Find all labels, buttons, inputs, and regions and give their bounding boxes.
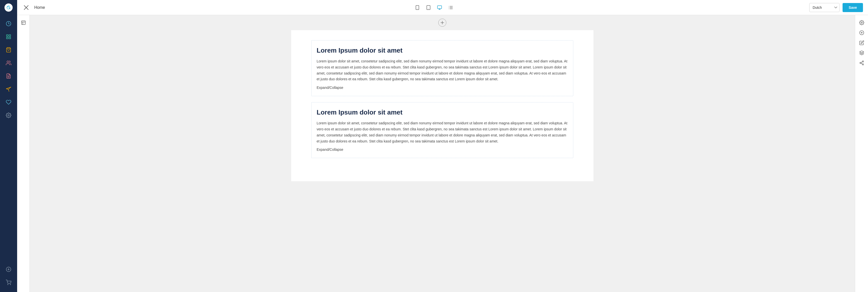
- layout-icon[interactable]: [19, 18, 28, 27]
- block-1-heading: Lorem Ipsum dolor sit amet: [317, 46, 568, 54]
- content-block-2: Lorem Ipsum dolor sit amet Lorem ipsum d…: [311, 102, 573, 158]
- right-panel: [855, 15, 868, 292]
- svg-rect-3: [9, 35, 10, 36]
- add-section-bar[interactable]: [30, 15, 855, 30]
- sidebar-item-forms[interactable]: [0, 69, 17, 83]
- sidebar-nav: [0, 15, 17, 263]
- svg-point-36: [861, 22, 862, 24]
- device-tablet-button[interactable]: [424, 3, 433, 12]
- editor-area: Lorem Ipsum dolor sit amet Lorem ipsum d…: [30, 15, 855, 292]
- sidebar-item-dashboard[interactable]: [0, 17, 17, 30]
- sidebar-item-users[interactable]: [0, 56, 17, 69]
- sidebar-item-pages[interactable]: [0, 30, 17, 43]
- svg-point-7: [7, 61, 9, 63]
- svg-point-14: [7, 284, 8, 285]
- svg-rect-20: [427, 5, 430, 9]
- svg-rect-5: [9, 37, 10, 39]
- header: Home: [17, 0, 868, 15]
- sidebar-item-plugins[interactable]: [0, 96, 17, 109]
- sidebar: [0, 0, 17, 292]
- device-list-button[interactable]: [446, 3, 455, 12]
- svg-rect-31: [22, 21, 25, 25]
- language-select[interactable]: Dutch English French German: [809, 3, 840, 12]
- content-block-1: Lorem Ipsum dolor sit amet Lorem ipsum d…: [311, 40, 573, 96]
- svg-point-15: [10, 284, 10, 285]
- sidebar-item-marketing[interactable]: [0, 83, 17, 96]
- sidebar-item-shop[interactable]: [0, 43, 17, 56]
- svg-rect-22: [437, 5, 442, 8]
- sidebar-item-settings[interactable]: [0, 109, 17, 122]
- svg-point-10: [8, 115, 9, 116]
- right-add-icon[interactable]: [857, 28, 866, 37]
- block-2-expand-collapse[interactable]: Expand/Collapse: [317, 148, 343, 152]
- device-switcher: [413, 3, 455, 12]
- main-wrapper: Home: [17, 0, 868, 292]
- svg-rect-2: [6, 35, 8, 36]
- add-section-button[interactable]: [438, 19, 446, 27]
- sidebar-item-cart[interactable]: [0, 276, 17, 289]
- content-area: Lorem Ipsum dolor sit amet Lorem ipsum d…: [17, 15, 868, 292]
- svg-marker-40: [860, 51, 864, 53]
- device-desktop-button[interactable]: [435, 3, 444, 12]
- page-panel: [17, 15, 30, 292]
- close-button[interactable]: [22, 3, 30, 11]
- sidebar-item-add[interactable]: [0, 263, 17, 276]
- svg-line-44: [861, 63, 863, 64]
- block-1-expand-collapse[interactable]: Expand/Collapse: [317, 86, 343, 90]
- right-settings-icon[interactable]: [857, 18, 866, 27]
- sidebar-bottom: [0, 263, 17, 292]
- svg-rect-18: [416, 5, 419, 9]
- right-layers-icon[interactable]: [857, 48, 866, 57]
- svg-line-45: [861, 62, 863, 62]
- device-mobile-button[interactable]: [413, 3, 422, 12]
- canvas: Lorem Ipsum dolor sit amet Lorem ipsum d…: [291, 30, 593, 181]
- block-1-body: Lorem ipsum dolor sit amet, consetetur s…: [317, 58, 568, 82]
- header-right: Dutch English French German Save: [809, 3, 863, 12]
- save-button[interactable]: Save: [842, 3, 863, 12]
- block-2-heading: Lorem Ipsum dolor sit amet: [317, 108, 568, 116]
- block-2-body: Lorem ipsum dolor sit amet, consetetur s…: [317, 120, 568, 144]
- right-share-icon[interactable]: [857, 58, 866, 67]
- right-edit-icon[interactable]: [857, 38, 866, 47]
- sidebar-logo[interactable]: [0, 0, 17, 15]
- svg-rect-4: [6, 37, 8, 39]
